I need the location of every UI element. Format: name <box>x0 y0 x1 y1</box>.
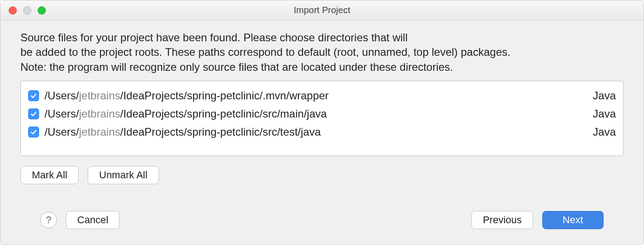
source-paths-list: /Users/jetbrains/IdeaProjects/spring-pet… <box>20 81 624 156</box>
close-icon[interactable] <box>9 6 17 15</box>
description-line: Note: the program will recognize only so… <box>20 61 453 73</box>
list-item[interactable]: /Users/jetbrains/IdeaProjects/spring-pet… <box>28 123 616 141</box>
language-label: Java <box>593 108 616 120</box>
mark-all-button[interactable]: Mark All <box>20 166 79 184</box>
path-label: /Users/jetbrains/IdeaProjects/spring-pet… <box>45 108 584 120</box>
description-line: Source files for your project have been … <box>20 31 407 44</box>
window-title: Import Project <box>0 5 644 15</box>
content-area: Source files for your project have been … <box>0 20 644 245</box>
checkbox-icon[interactable] <box>28 108 39 119</box>
cancel-button[interactable]: Cancel <box>66 211 119 229</box>
path-label: /Users/jetbrains/IdeaProjects/spring-pet… <box>45 89 584 102</box>
next-button[interactable]: Next <box>542 211 604 229</box>
zoom-icon[interactable] <box>38 6 46 15</box>
help-button[interactable]: ? <box>40 212 57 228</box>
list-item[interactable]: /Users/jetbrains/IdeaProjects/spring-pet… <box>28 87 616 105</box>
footer-row: ? Cancel Previous Next <box>20 211 624 240</box>
description-line: be added to the project roots. These pat… <box>20 46 510 58</box>
titlebar: Import Project <box>0 0 644 20</box>
path-label: /Users/jetbrains/IdeaProjects/spring-pet… <box>45 126 584 138</box>
previous-button[interactable]: Previous <box>471 211 533 229</box>
checkbox-icon[interactable] <box>28 90 39 101</box>
minimize-icon[interactable] <box>23 6 31 15</box>
language-label: Java <box>593 89 616 102</box>
checkbox-icon[interactable] <box>28 127 39 137</box>
mark-buttons-row: Mark All Unmark All <box>20 166 624 184</box>
question-mark-icon: ? <box>46 214 51 226</box>
list-item[interactable]: /Users/jetbrains/IdeaProjects/spring-pet… <box>28 105 616 123</box>
language-label: Java <box>593 126 616 138</box>
description-text: Source files for your project have been … <box>20 30 624 74</box>
window-controls <box>9 6 46 15</box>
dialog-window: Import Project Source files for your pro… <box>0 0 644 245</box>
unmark-all-button[interactable]: Unmark All <box>88 166 159 184</box>
